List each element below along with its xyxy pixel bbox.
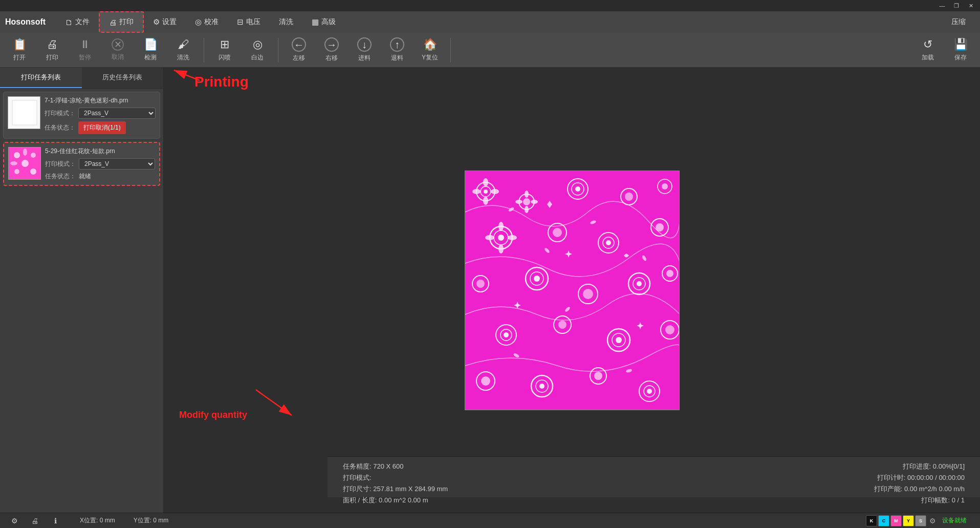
svg-point-23 — [525, 206, 529, 213]
print-button[interactable]: 🖨 打印 — [37, 35, 68, 65]
feed-icon: ↓ — [357, 37, 372, 52]
job-1-status-label: 任务状态： — [45, 123, 75, 132]
svg-point-44 — [606, 240, 611, 245]
svg-point-58 — [666, 270, 673, 277]
menu-voltage[interactable]: ⊟ 电压 — [228, 11, 270, 33]
voltage-icon: ⊟ — [237, 17, 244, 27]
svg-point-21 — [523, 198, 530, 205]
open-button[interactable]: 📋 打开 — [4, 35, 35, 65]
job-2-mode-select[interactable]: 2Pass_V — [79, 158, 155, 170]
info-area: 面积 / 长度: 0.00 m^2 0.00 m — [343, 496, 654, 505]
y-reset-icon: 🏠 — [423, 38, 437, 51]
svg-point-24 — [515, 200, 522, 204]
svg-point-51 — [534, 276, 540, 282]
menu-settings[interactable]: ⚙ 设置 — [144, 11, 186, 33]
menu-clean[interactable]: 清洗 — [270, 11, 302, 33]
move-left-button[interactable]: ← 左移 — [284, 35, 314, 65]
detect-button[interactable]: 📄 检测 — [135, 35, 166, 65]
svg-point-53 — [583, 289, 593, 299]
panel-tabs: 打印任务列表 历史任务列表 — [0, 68, 163, 89]
svg-point-48 — [476, 280, 485, 288]
detect-icon: 📄 — [144, 38, 158, 51]
margin-button[interactable]: ◎ 白边 — [242, 35, 273, 65]
menubar: Hosonsoft 🗋 文件 🖨 打印 ⚙ 设置 ◎ 校准 ⊟ 电压 清洗 ▦ … — [0, 11, 980, 33]
svg-point-37 — [498, 244, 504, 254]
color-swatches: K C M Y S ⚙ 设备就绪 — [866, 515, 972, 526]
flash-button[interactable]: ⊞ 闪喷 — [209, 35, 240, 65]
status-print-btn[interactable]: 🖨 — [29, 515, 41, 527]
job-2-status-label: 任务状态： — [45, 172, 76, 181]
restore-button[interactable]: ❐ — [949, 1, 964, 10]
print-icon: 🖨 — [47, 38, 58, 51]
job-1-cancel-btn[interactable]: 打印取消(1/1) — [78, 121, 126, 134]
job-1-status-row: 任务状态： 打印取消(1/1) — [45, 121, 156, 134]
svg-point-35 — [498, 235, 504, 241]
move-right-button[interactable]: → 右移 — [316, 35, 347, 65]
svg-point-18 — [472, 189, 481, 194]
status-settings-btn[interactable]: ⚙ — [8, 515, 20, 527]
retract-icon: ↑ — [390, 37, 404, 52]
job-1-mode-row: 打印模式： 2Pass_V — [45, 108, 156, 119]
calibrate-icon: ◎ — [195, 17, 202, 27]
tab-print-queue[interactable]: 打印任务列表 — [0, 68, 82, 88]
feed-button[interactable]: ↓ 进料 — [349, 35, 380, 65]
job-2-status-row: 任务状态： 就绪 — [45, 172, 155, 181]
job-2-status-value: 就绪 — [79, 172, 91, 181]
settings-icon: ⚙ — [153, 17, 160, 27]
reload-button[interactable]: ↺ 加载 — [912, 35, 943, 65]
separator3 — [450, 38, 451, 62]
svg-point-15 — [484, 189, 488, 194]
titlebar: — ❐ ✕ — [0, 0, 980, 11]
svg-point-30 — [625, 193, 633, 201]
preview-canvas — [465, 171, 680, 410]
menu-print[interactable]: 🖨 打印 — [99, 11, 144, 33]
job-card-1[interactable]: 7-1-浮锚-凉纶-黄色迷彩-dh.prn 打印模式： 2Pass_V 任务状态… — [3, 92, 160, 139]
svg-point-68 — [665, 325, 674, 334]
pause-button[interactable]: ⏸ 暂停 — [70, 35, 100, 65]
job-1-thumbnail — [8, 96, 40, 129]
save-button[interactable]: 💾 保存 — [945, 35, 976, 65]
close-button[interactable]: ✕ — [964, 1, 978, 10]
minimize-button[interactable]: — — [935, 1, 949, 10]
job-card-2[interactable]: 5-29-佳佳红花纹-短款.prn 打印模式： 2Pass_V 任务状态： 就绪 — [3, 142, 160, 186]
job-1-mode-label: 打印模式： — [45, 109, 75, 118]
menu-file[interactable]: 🗋 文件 — [56, 11, 99, 33]
svg-point-36 — [498, 222, 504, 231]
swatch-c[interactable]: C — [878, 515, 889, 526]
menu-advanced[interactable]: ▦ 高级 — [302, 11, 345, 33]
y-reset-button[interactable]: 🏠 Y复位 — [415, 35, 445, 65]
job-2-mode-row: 打印模式： 2Pass_V — [45, 158, 155, 170]
job-1-mode-select[interactable]: 2Pass_V — [78, 108, 156, 119]
job-2-thumbnail — [8, 147, 41, 180]
retract-button[interactable]: ↑ 退料 — [382, 35, 412, 65]
status-info-btn[interactable]: ℹ — [49, 515, 61, 527]
swatch-k[interactable]: K — [866, 515, 877, 526]
clean-button[interactable]: 🖌 清洗 — [168, 35, 199, 65]
svg-point-6 — [14, 169, 19, 174]
pause-icon: ⏸ — [79, 38, 91, 51]
swatch-y[interactable]: Y — [903, 515, 914, 526]
menu-calibrate[interactable]: ◎ 校准 — [186, 11, 228, 33]
bottom-status-bar: ⚙ 🖨 ℹ X位置: 0 mm Y位置: 0 mm K C M Y S ⚙ 设备… — [0, 513, 980, 528]
floral-svg — [465, 171, 680, 410]
job-1-info: 7-1-浮锚-凉纶-黄色迷彩-dh.prn 打印模式： 2Pass_V 任务状态… — [45, 96, 156, 134]
print-menu-icon: 🖨 — [109, 18, 117, 27]
cancel-button[interactable]: ✕ 取消 — [102, 35, 133, 65]
file-icon: 🗋 — [65, 18, 73, 27]
tab-history[interactable]: 历史任务列表 — [82, 68, 164, 88]
info-right: 打印进度: 0.00%[0/1] 打印计时: 00:00:00 / 00:00:… — [654, 462, 965, 505]
swatch-s[interactable]: S — [915, 515, 926, 526]
svg-point-75 — [594, 372, 602, 380]
svg-point-17 — [483, 197, 488, 205]
info-bar: 任务精度: 720 X 600 打印模式: 打印尺寸: 257.81 mm X … — [328, 456, 980, 497]
open-icon: 📋 — [13, 38, 27, 51]
advanced-icon: ▦ — [312, 17, 319, 27]
svg-point-32 — [662, 183, 668, 189]
svg-point-63 — [558, 321, 567, 329]
swatch-settings-icon[interactable]: ⚙ — [929, 517, 936, 525]
swatch-m[interactable]: M — [890, 515, 902, 526]
info-size: 打印尺寸: 257.81 mm X 284.99 mm — [343, 484, 654, 494]
info-mode: 打印模式: — [343, 473, 654, 482]
compress-button[interactable]: 压缩 — [942, 14, 975, 30]
info-output: 打印产能: 0.00 m^2/h 0.00 m/h — [874, 484, 965, 494]
